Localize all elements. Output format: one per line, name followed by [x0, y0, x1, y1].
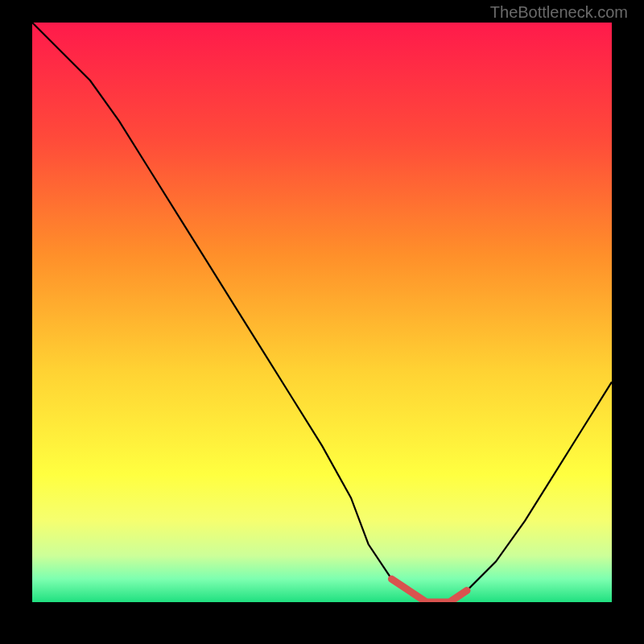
chart-curve-layer	[32, 23, 612, 602]
bottleneck-curve-line	[32, 23, 612, 602]
watermark-text: TheBottleneck.com	[490, 3, 628, 22]
chart-plot-area	[32, 23, 612, 602]
highlight-segment	[391, 579, 467, 602]
